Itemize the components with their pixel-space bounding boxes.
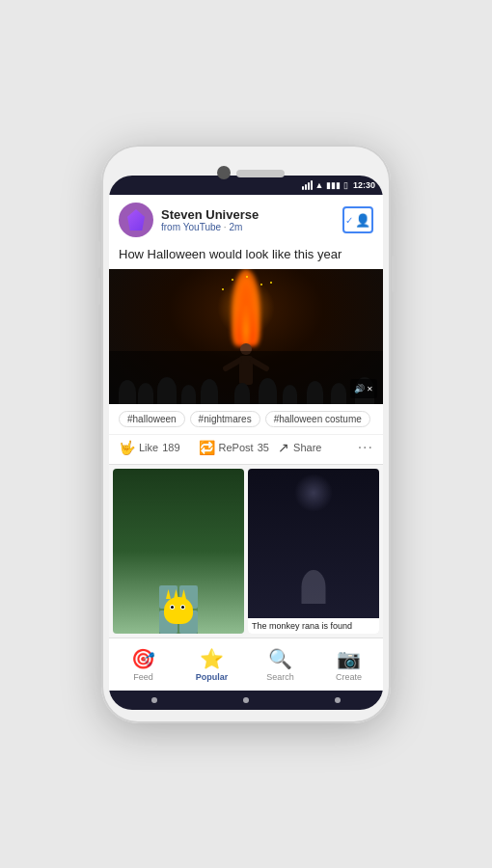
bart-eye-left	[170, 605, 175, 610]
nav-popular[interactable]: ⭐ Popular	[178, 638, 246, 691]
like-icon: 🤟	[119, 440, 135, 455]
video-player[interactable]: 🔊 ✕	[109, 269, 383, 404]
signal-icon	[302, 180, 313, 190]
bottom-nav: 🎯 Feed ⭐ Popular 🔍 Search 📷 Create	[109, 637, 383, 691]
share-label: Share	[293, 442, 321, 453]
nav-search[interactable]: 🔍 Search	[246, 638, 314, 691]
repost-count: 35	[258, 442, 269, 453]
battery-icon: ▮▮▮ ▯	[326, 180, 348, 190]
like-label: Like	[139, 442, 158, 453]
action-bar: 🤟 Like 189 🔁 RePost 35 ↗ Share ···	[109, 434, 383, 464]
status-icons: ▲ ▮▮▮ ▯ 12:30	[302, 180, 375, 190]
nav-dot-home	[243, 697, 249, 703]
check-icon: ✓	[345, 215, 353, 226]
post-title: How Halloween would look like this year	[109, 245, 383, 269]
post-meta: Steven Universe from YouTube · 2m	[161, 207, 335, 232]
more-button[interactable]: ···	[358, 439, 373, 456]
like-button[interactable]: 🤟 Like 189	[119, 440, 199, 455]
phone-frame: ▲ ▮▮▮ ▯ 12:30 Steven Universe	[101, 145, 391, 723]
dark-thumb	[248, 469, 379, 618]
repost-icon: 🔁	[199, 440, 215, 455]
wifi-icon: ▲	[315, 180, 324, 190]
nav-dot-back	[151, 697, 157, 703]
video-scene	[109, 269, 383, 404]
ghost-glow	[294, 474, 333, 512]
bart-head	[164, 597, 193, 624]
related-title-2: The monkey rana is found	[248, 618, 379, 634]
share-button[interactable]: ↗ Share	[278, 440, 358, 455]
phone-screen: ▲ ▮▮▮ ▯ 12:30 Steven Universe	[109, 176, 383, 710]
popular-label: Popular	[196, 672, 229, 682]
search-label: Search	[266, 672, 294, 682]
hashtag-nightmares[interactable]: #nightmares	[190, 411, 260, 427]
follow-button[interactable]: ✓ 👤	[342, 206, 373, 233]
person-icon: 👤	[355, 213, 370, 228]
avatar	[119, 203, 153, 237]
content-area: Steven Universe from YouTube · 2m ✓ 👤 Ho…	[109, 195, 383, 637]
nav-dot-recent	[335, 697, 341, 703]
feed-icon: 🎯	[131, 647, 155, 670]
avatar-gem	[127, 209, 145, 231]
phone-bottom-bar	[109, 691, 383, 710]
related-card-1[interactable]	[113, 469, 244, 634]
spike	[181, 589, 186, 599]
mute-button[interactable]: 🔊 ✕	[350, 379, 377, 398]
speaker-icon: 🔊	[354, 384, 365, 393]
vol-down-button	[96, 278, 100, 305]
related-grid: The monkey rana is found	[109, 465, 383, 637]
bart-eye-right	[180, 605, 185, 610]
related-card-2[interactable]: The monkey rana is found	[248, 469, 379, 634]
hashtag-costume[interactable]: #halloween costume	[265, 411, 370, 427]
create-label: Create	[336, 672, 362, 682]
repost-button[interactable]: 🔁 RePost 35	[199, 440, 279, 455]
sparks	[207, 274, 285, 322]
hashtag-halloween[interactable]: #halloween	[119, 411, 185, 427]
post-time: 2m	[229, 222, 242, 232]
post-card: Steven Universe from YouTube · 2m ✓ 👤 Ho…	[109, 195, 383, 465]
post-source: from YouTube · 2m	[161, 222, 335, 232]
share-icon: ↗	[278, 440, 289, 455]
repost-label: RePost	[219, 442, 254, 453]
search-icon: 🔍	[268, 647, 292, 670]
feed-label: Feed	[133, 672, 153, 682]
simpsons-thumb	[113, 469, 244, 634]
spike	[166, 589, 171, 599]
power-button	[392, 256, 396, 292]
like-count: 189	[162, 442, 179, 453]
popular-icon: ⭐	[200, 647, 224, 670]
post-author: Steven Universe	[161, 207, 335, 222]
source-platform: YouTube	[183, 222, 221, 232]
ghost-figure	[302, 570, 326, 604]
vol-up-button	[96, 241, 100, 268]
post-header: Steven Universe from YouTube · 2m ✓ 👤	[109, 195, 383, 245]
mute-x-icon: ✕	[367, 385, 373, 393]
clock: 12:30	[353, 180, 375, 190]
status-bar: ▲ ▮▮▮ ▯ 12:30	[109, 176, 383, 195]
camera	[217, 166, 231, 179]
create-icon: 📷	[337, 647, 361, 670]
crowd	[109, 351, 383, 404]
spike	[174, 589, 178, 599]
speaker	[236, 170, 285, 177]
source-label: from	[161, 222, 180, 232]
hashtags-container: #halloween #nightmares #halloween costum…	[109, 404, 383, 434]
bart-spikes	[166, 589, 186, 599]
bart-eyes	[170, 605, 185, 610]
nav-create[interactable]: 📷 Create	[314, 638, 383, 691]
nav-feed[interactable]: 🎯 Feed	[109, 638, 178, 691]
